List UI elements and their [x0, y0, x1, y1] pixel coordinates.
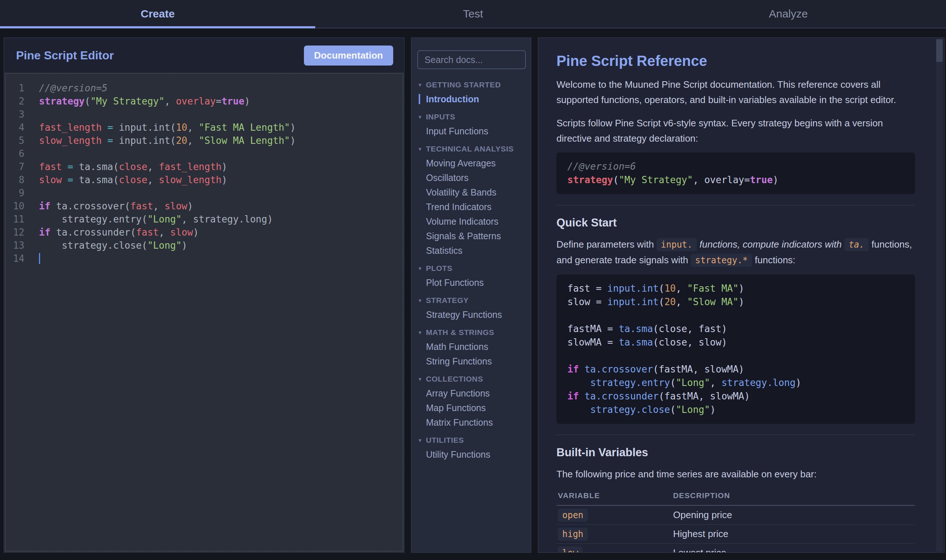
line-source	[39, 108, 398, 121]
sidebar-item-matrix-functions[interactable]: Matrix Functions	[419, 417, 524, 428]
code-token: slow	[164, 201, 187, 212]
tab-create[interactable]: Create	[0, 0, 315, 28]
code-editor[interactable]: 1//@version=52strategy("My Strategy", ov…	[5, 73, 403, 552]
sidebar-item-input-functions[interactable]: Input Functions	[419, 126, 524, 136]
code-token: slow_length	[159, 174, 222, 185]
sidebar-item-volume-indicators[interactable]: Volume Indicators	[419, 216, 524, 226]
docs-sidebar: ▾GETTING STARTEDIntroduction▾INPUTSInput…	[411, 37, 531, 553]
nav-section-getting-started[interactable]: ▾GETTING STARTED	[419, 80, 524, 89]
code-token: , strategy.long)	[182, 214, 273, 225]
sidebar-item-string-functions[interactable]: String Functions	[419, 356, 524, 366]
code-line: fastMA = ta.sma(close, fast)	[567, 322, 904, 336]
editor-line: 9	[10, 186, 398, 200]
code-token	[579, 391, 585, 402]
code-token	[579, 364, 585, 375]
code-token: ta.sma	[619, 337, 653, 348]
line-number: 7	[10, 160, 25, 173]
line-source: //@version=5	[39, 82, 398, 95]
reference-panel: Pine Script Reference Welcome to the Muu…	[538, 37, 944, 553]
editor-line: 7fast = ta.sma(close, fast_length)	[10, 160, 398, 173]
reference-intro-paragraph: Welcome to the Muuned Pine Script docume…	[556, 77, 915, 108]
documentation-button[interactable]: Documentation	[304, 46, 393, 66]
code-token: fast	[136, 227, 159, 238]
nav-section-math-strings[interactable]: ▾MATH & STRINGS	[419, 328, 524, 337]
section-divider	[556, 205, 915, 205]
editor-line: 4fast_length = input.int(10, "Fast MA Le…	[10, 121, 398, 134]
sidebar-item-oscillators[interactable]: Oscillators	[419, 172, 524, 183]
sidebar-item-moving-averages[interactable]: Moving Averages	[419, 158, 524, 168]
code-token	[62, 174, 68, 185]
sidebar-item-map-functions[interactable]: Map Functions	[419, 403, 524, 413]
variable-code-chip: low	[558, 546, 582, 553]
sidebar-item-volatility-bands[interactable]: Volatility & Bands	[419, 187, 524, 197]
code-token: ta.sma	[619, 323, 653, 334]
editor-line: 8slow = ta.sma(close, slow_length)	[10, 173, 398, 186]
code-token: =	[108, 122, 113, 133]
variable-code-chip: high	[558, 528, 588, 541]
code-token: (	[670, 377, 676, 388]
reference-scrollbar-thumb[interactable]	[936, 39, 943, 62]
code-token: =	[216, 96, 222, 107]
sidebar-item-introduction[interactable]: Introduction	[419, 94, 524, 104]
nav-section-collections[interactable]: ▾COLLECTIONS	[419, 374, 524, 384]
chevron-down-icon: ▾	[419, 112, 421, 122]
code-token: fast_length	[159, 161, 222, 172]
nav-section-inputs[interactable]: ▾INPUTS	[419, 112, 524, 122]
code-token: ,	[676, 296, 687, 307]
table-header-description: DESCRIPTION	[673, 491, 730, 500]
nav-section-plots[interactable]: ▾PLOTS	[419, 264, 524, 273]
inline-code-chip: input.	[657, 238, 697, 251]
tab-analyze[interactable]: Analyze	[631, 0, 946, 28]
chevron-down-icon: ▾	[419, 295, 421, 305]
sidebar-item-math-functions[interactable]: Math Functions	[419, 342, 524, 352]
code-token: )	[244, 96, 250, 107]
line-number: 4	[10, 121, 25, 134]
code-line: if ta.crossover(fastMA, slowMA)	[567, 363, 904, 376]
table-row: openOpening price	[556, 506, 915, 525]
code-token: ,	[164, 96, 176, 107]
nav-section-utilities[interactable]: ▾UTILITIES	[419, 435, 524, 445]
editor-panel-title: Pine Script Editor	[16, 49, 114, 62]
code-token: "My Strategy"	[619, 174, 693, 185]
code-token: (	[659, 283, 664, 294]
description-cell: Opening price	[673, 509, 732, 521]
sidebar-item-signals-patterns[interactable]: Signals & Patterns	[419, 231, 524, 241]
nav-section-strategy[interactable]: ▾STRATEGY	[419, 295, 524, 305]
code-token: (close, slow)	[653, 337, 727, 348]
sidebar-item-array-functions[interactable]: Array Functions	[419, 388, 524, 398]
code-token: "Slow MA"	[687, 296, 739, 307]
tab-test[interactable]: Test	[315, 0, 630, 28]
sidebar-item-strategy-functions[interactable]: Strategy Functions	[419, 309, 524, 320]
code-line: strategy.entry("Long", strategy.long)	[567, 376, 904, 389]
code-token: , overlay=	[693, 174, 750, 185]
sidebar-item-utility-functions[interactable]: Utility Functions	[419, 449, 524, 460]
code-token: 10	[664, 283, 676, 294]
code-token: slowMA =	[567, 337, 619, 348]
code-token	[102, 122, 108, 133]
sidebar-item-plot-functions[interactable]: Plot Functions	[419, 277, 524, 288]
code-token: ,	[159, 227, 170, 238]
sidebar-item-trend-indicators[interactable]: Trend Indicators	[419, 202, 524, 212]
editor-line: 12if ta.crossunder(fast, slow)	[10, 226, 398, 239]
code-token: (fastMA, slowMA)	[659, 391, 750, 402]
nav-section-technical-analysis[interactable]: ▾TECHNICAL ANALYSIS	[419, 144, 524, 154]
line-number: 2	[10, 95, 25, 108]
section-divider	[556, 435, 915, 435]
docs-search-input[interactable]	[417, 50, 526, 69]
reference-title: Pine Script Reference	[556, 53, 915, 69]
main-content: Pine Script Editor Documentation 1//@ver…	[0, 28, 946, 559]
code-token: =	[68, 161, 73, 172]
code-token: slow	[39, 174, 62, 185]
sidebar-item-statistics[interactable]: Statistics	[419, 245, 524, 255]
line-source	[39, 252, 398, 265]
variable-code-chip: open	[558, 509, 588, 522]
main-tab-bar: CreateTestAnalyze	[0, 0, 946, 28]
code-token: "Long"	[147, 214, 182, 225]
code-token: strategy.long	[722, 377, 796, 388]
reference-scrollbar[interactable]	[936, 38, 943, 552]
line-source: strategy("My Strategy", overlay=true)	[39, 95, 398, 108]
code-line: if ta.crossunder(fastMA, slowMA)	[567, 389, 904, 403]
code-token: input.int	[608, 296, 659, 307]
line-number: 14	[10, 252, 25, 265]
code-token: (fastMA, slowMA)	[653, 364, 744, 375]
